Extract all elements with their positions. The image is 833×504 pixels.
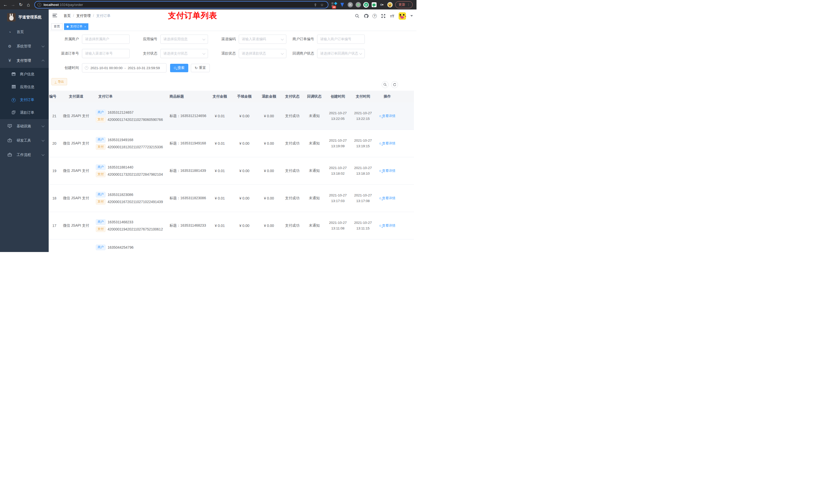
table-row[interactable]: 21 微信 JSAPI 支付 商户1635312124657 支付4200001… (49, 102, 414, 130)
view-detail-link[interactable]: 查看详情 (379, 141, 396, 146)
extension-yuque-icon[interactable]: y (363, 2, 369, 8)
table-row[interactable]: 17 微信 JSAPI 支付 商户1635311468233 支付4200001… (49, 212, 414, 239)
channel-order-no-input[interactable]: 请输入渠道订单号 (82, 49, 129, 58)
extension-tabs-icon[interactable]: 10 (331, 2, 337, 8)
refund-status-select[interactable]: 请选择退款状态 (239, 49, 286, 58)
browser-reload-icon[interactable]: ↻ (17, 2, 25, 7)
merchant-tag: 商户 (96, 137, 105, 143)
navbar-actions: ? тT (355, 9, 413, 22)
view-detail-link[interactable]: 查看详情 (379, 223, 396, 228)
tag-home[interactable]: 首页 (51, 23, 63, 30)
extension-command-icon[interactable]: ⌘ (347, 2, 353, 8)
dashboard-icon: ◔ (7, 30, 12, 34)
sidebar-item-pay[interactable]: ¥ 支付管理 (0, 53, 49, 68)
browser-home-icon[interactable]: ⌂ (25, 2, 32, 8)
extensions-area: 10 ⌘ y ⚩ (331, 2, 393, 8)
sidebar-item-infra[interactable]: 基础设施 (0, 119, 49, 134)
filter-label: 商户订单编号 (286, 37, 317, 42)
briefcase-icon (7, 153, 12, 157)
update-label: 更新 (399, 2, 405, 7)
address-bar[interactable]: i localhost:1024/pay/order ⇧ ☆ (34, 1, 328, 8)
table-row-partial[interactable]: 商户1635044254796 (49, 239, 414, 250)
sidebar-item-refund-order[interactable]: 退款订单 (0, 106, 49, 119)
table-row[interactable]: 19 微信 JSAPI 支付 商户1635311881440 支付4200001… (49, 157, 414, 185)
view-detail-link[interactable]: 查看详情 (379, 114, 396, 118)
merchant-select[interactable]: 请选择所属商户 (82, 34, 129, 44)
sidebar-item-merchant-info[interactable]: 商户信息 (0, 68, 49, 81)
merchant-order-no: 1635312124657 (108, 111, 134, 115)
download-icon: ↓ (54, 80, 56, 83)
goods-title: 1635311949168 (180, 141, 206, 145)
table-header-row: 编号 支付渠道 支付订单 商品标题 支付金额 手续金额 退款金额 支付状态 回调… (49, 91, 414, 102)
sidebar-item-pay-order[interactable]: ¥ 支付订单 (0, 94, 49, 106)
app-logo-rabbit (7, 13, 16, 22)
filter-label: 渠道编码 (208, 37, 239, 42)
github-icon[interactable] (363, 13, 368, 19)
pay-tag: 支付 (96, 226, 105, 232)
goods-title: 1635312124656 (180, 114, 206, 118)
breadcrumb-pay[interactable]: 支付管理 (76, 14, 91, 18)
pay-status-select[interactable]: 请选择支付状态 (160, 49, 208, 58)
status-text: 支付成功 (281, 223, 303, 228)
app-title: 芋道管理系统 (19, 15, 42, 20)
avatar-dropdown-caret-icon[interactable] (410, 15, 413, 17)
bookmark-star-icon[interactable]: ☆ (319, 3, 325, 7)
sidebar-item-workflow[interactable]: 工作流程 (0, 148, 49, 162)
extensions-puzzle-icon[interactable]: ⚩ (379, 2, 385, 8)
filter-label: 支付状态 (129, 51, 160, 56)
view-detail-link[interactable]: 查看详情 (379, 196, 396, 200)
hide-search-icon[interactable] (382, 81, 388, 88)
sidebar-item-system[interactable]: ⚙ 系统管理 (0, 39, 49, 53)
refresh-table-icon[interactable] (391, 81, 398, 88)
browser-toolbar: ← → ↻ ⌂ i localhost:1024/pay/order ⇧ ☆ 1… (0, 0, 416, 9)
sidebar-item-home[interactable]: ◔ 首页 (0, 25, 49, 39)
merchant-tag: 商户 (96, 219, 105, 225)
view-detail-link[interactable]: 查看详情 (379, 169, 396, 173)
filter-label: 渠道订单号 (51, 51, 82, 56)
help-icon[interactable]: ? (373, 14, 377, 18)
sidebar-item-devtools[interactable]: 研发工具 (0, 134, 49, 148)
status-text: 支付成功 (281, 196, 303, 200)
extension-kite-icon[interactable] (339, 2, 345, 8)
export-button[interactable]: ↓ 导出 (51, 78, 67, 85)
notify-status-select[interactable]: 请选择订单回调商户状态 (317, 49, 365, 58)
site-info-icon[interactable]: i (38, 3, 41, 7)
table-row[interactable]: 20 微信 JSAPI 支付 商户1635311949168 支付4200001… (49, 130, 414, 157)
create-time-range-picker[interactable]: 2021-10-01 00:00:00 - 2021-10-31 23:59:5… (82, 63, 166, 72)
magnifier-icon (379, 115, 381, 117)
font-size-icon[interactable]: тT (389, 13, 395, 19)
fullscreen-icon[interactable] (381, 13, 386, 19)
notify-text: 未通知 (303, 196, 325, 200)
profile-emoji-avatar[interactable] (387, 2, 393, 8)
browser-update-button[interactable]: 更新 ⋮ (395, 1, 413, 8)
filter-row-1: 所属商户 请选择所属商户 应用编号 请选择应用信息 渠道编码 请输入渠道编码 商… (51, 34, 416, 44)
chevron-down-icon (42, 139, 44, 141)
merchant-order-no-input[interactable]: 请输入商户订单编号 (317, 34, 365, 44)
app-select[interactable]: 请选择应用信息 (160, 34, 208, 44)
notify-text: 未通知 (303, 141, 325, 146)
tag-pay-order[interactable]: 支付订单 × (64, 23, 88, 30)
search-button[interactable]: 搜索 (170, 64, 188, 72)
browser-forward-icon[interactable]: → (9, 2, 17, 7)
reset-button[interactable]: ↻ 重置 (191, 64, 210, 72)
share-icon[interactable]: ⇧ (312, 3, 319, 7)
channel-code-select[interactable]: 请输入渠道编码 (239, 34, 286, 44)
collapse-sidebar-icon[interactable] (52, 14, 57, 18)
browser-back-icon[interactable]: ← (2, 2, 9, 7)
pay-tag: 支付 (96, 117, 105, 122)
search-icon[interactable] (355, 13, 360, 19)
merchant-order-no: 1635311823086 (108, 193, 133, 197)
table-row[interactable]: 18 微信 JSAPI 支付 商户1635311823086 支付4200001… (49, 185, 414, 212)
user-avatar[interactable] (399, 12, 406, 20)
close-tag-icon[interactable]: × (84, 25, 86, 28)
url-text[interactable]: localhost:1024/pay/order (44, 3, 312, 7)
notify-text: 未通知 (303, 223, 325, 228)
sidebar-item-app-info[interactable]: 应用信息 (0, 81, 49, 94)
extension-chat-icon[interactable] (371, 2, 377, 8)
app-logo-row[interactable]: 芋道管理系统 (0, 9, 49, 25)
browser-menu-dots-icon[interactable]: ⋮ (407, 3, 410, 6)
breadcrumb-home[interactable]: 首页 (64, 14, 71, 18)
yen-icon: ¥ (7, 58, 12, 63)
extension-recorder-icon[interactable] (355, 2, 361, 8)
merchant-order-no: 1635311468233 (108, 220, 133, 224)
